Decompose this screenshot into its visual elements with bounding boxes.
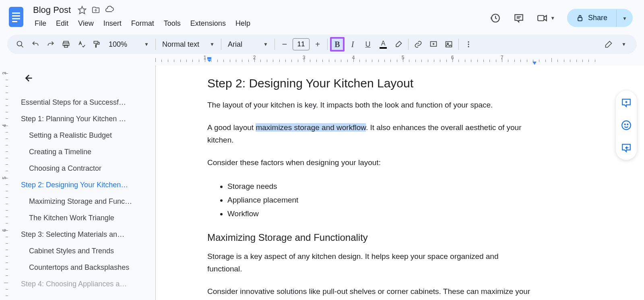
outline-item[interactable]: Maximizing Storage and Func… — [21, 193, 148, 210]
vertical-ruler[interactable]: 3456 — [0, 65, 11, 300]
outline-item[interactable]: Countertops and Backsplashes — [21, 259, 148, 276]
undo-icon[interactable] — [28, 37, 43, 52]
toolbar: 100%▼ Normal text▼ Arial▼ − 11 + B I U A… — [7, 35, 637, 54]
redo-icon[interactable] — [43, 37, 58, 52]
svg-rect-1 — [12, 12, 20, 14]
suggest-edits-icon[interactable] — [619, 141, 634, 155]
svg-rect-15 — [94, 41, 98, 43]
italic-button[interactable]: I — [345, 37, 360, 52]
outline-back-button[interactable] — [21, 70, 37, 86]
svg-rect-24 — [207, 57, 211, 59]
svg-rect-2 — [12, 15, 20, 17]
outline-item[interactable]: Setting a Realistic Budget — [21, 127, 148, 144]
menu-file[interactable]: File — [31, 18, 50, 29]
document-title[interactable]: Blog Post — [31, 4, 73, 16]
separator — [221, 39, 221, 50]
share-label: Share — [588, 14, 607, 22]
highlight-color-button[interactable] — [391, 37, 406, 52]
svg-line-11 — [21, 46, 23, 48]
svg-point-31 — [627, 124, 628, 125]
separator — [275, 39, 275, 50]
font-size-decrease[interactable]: − — [277, 37, 292, 52]
svg-rect-19 — [446, 41, 452, 47]
outline-item[interactable]: Cabinet Styles and Trends — [21, 243, 148, 259]
document-page[interactable]: Step 2: Designing Your Kitchen Layout Th… — [155, 65, 644, 300]
share-button[interactable]: Share — [567, 9, 616, 27]
outline-item[interactable]: Step 3: Selecting Materials an… — [21, 226, 148, 243]
svg-rect-4 — [12, 21, 17, 22]
separator — [155, 39, 156, 50]
font-size-input[interactable]: 11 — [293, 38, 310, 50]
selected-text[interactable]: maximizes storage and workflow — [256, 123, 366, 132]
separator — [408, 39, 409, 50]
add-comment-icon[interactable] — [426, 37, 441, 52]
heading-step2[interactable]: Step 2: Designing Your Kitchen Layout — [207, 77, 533, 90]
menu-format[interactable]: Format — [127, 18, 158, 29]
svg-rect-3 — [12, 18, 20, 19]
paragraph[interactable]: Consider these factors when designing yo… — [207, 157, 533, 169]
menu-tools[interactable]: Tools — [160, 18, 185, 29]
menu-insert[interactable]: Insert — [99, 18, 126, 29]
style-select[interactable]: Normal text▼ — [158, 40, 219, 49]
list-item[interactable]: Workflow — [227, 207, 533, 221]
horizontal-ruler[interactable]: 1234567 — [155, 54, 644, 65]
menu-bar: File Edit View Insert Format Tools Exten… — [31, 17, 490, 30]
svg-point-21 — [468, 41, 469, 43]
chevron-down-icon[interactable]: ▼ — [550, 15, 555, 21]
bold-button[interactable]: B — [330, 37, 345, 52]
insert-link-icon[interactable] — [411, 37, 425, 52]
star-icon[interactable] — [77, 5, 87, 15]
editing-mode-icon[interactable] — [601, 37, 616, 52]
editing-mode-dropdown[interactable]: ▼ — [617, 37, 631, 52]
docs-logo-icon[interactable] — [7, 6, 25, 28]
outline-item[interactable]: Essential Steps for a Successf… — [21, 94, 148, 111]
svg-rect-9 — [578, 17, 582, 21]
paragraph[interactable]: Consider innovative solutions like pull-… — [207, 286, 533, 300]
menu-edit[interactable]: Edit — [52, 18, 72, 29]
outline-item[interactable]: Step 4: Choosing Appliances a… — [21, 276, 148, 292]
outline-item[interactable]: Step 1: Planning Your Kitchen … — [21, 111, 148, 127]
meet-icon[interactable] — [537, 12, 548, 24]
paragraph[interactable]: Storage is a key aspect of any kitchen d… — [207, 250, 533, 275]
print-icon[interactable] — [59, 37, 73, 52]
history-icon[interactable] — [490, 12, 501, 24]
cloud-status-icon[interactable] — [105, 5, 114, 15]
add-comment-side-icon[interactable] — [619, 95, 634, 110]
outline-item[interactable]: Choosing a Contractor — [21, 160, 148, 177]
search-icon[interactable] — [13, 37, 27, 52]
insert-image-icon[interactable] — [442, 37, 456, 52]
outline-panel: Essential Steps for a Successf…Step 1: P… — [11, 65, 155, 300]
font-size-increase[interactable]: + — [310, 37, 325, 52]
font-select[interactable]: Arial▼ — [224, 40, 272, 49]
outline-item[interactable]: Creating a Timeline — [21, 144, 148, 160]
menu-help[interactable]: Help — [231, 18, 254, 29]
outline-item[interactable]: The Kitchen Work Triangle — [21, 210, 148, 226]
heading-maximizing[interactable]: Maximizing Storage and Functionality — [207, 232, 533, 243]
separator — [327, 39, 328, 50]
svg-marker-5 — [78, 6, 86, 14]
more-icon[interactable] — [461, 37, 476, 52]
paragraph[interactable]: The layout of your kitchen is key. It im… — [207, 99, 533, 111]
spellcheck-icon[interactable] — [74, 37, 89, 52]
separator — [458, 39, 459, 50]
svg-point-22 — [468, 43, 469, 45]
text-color-button[interactable]: A — [376, 37, 390, 52]
list-item[interactable]: Storage needs — [227, 180, 533, 193]
emoji-reaction-icon[interactable] — [619, 118, 634, 132]
svg-point-30 — [625, 124, 625, 125]
paragraph[interactable]: A good layout maximizes storage and work… — [207, 122, 533, 146]
bullet-list[interactable]: Storage needs Appliance placement Workfl… — [227, 180, 533, 221]
svg-rect-0 — [9, 7, 23, 27]
menu-view[interactable]: View — [74, 18, 98, 29]
svg-point-23 — [468, 46, 469, 47]
move-icon[interactable] — [91, 5, 101, 15]
outline-item[interactable]: Step 2: Designing Your Kitchen… — [21, 177, 148, 193]
underline-button[interactable]: U — [361, 37, 375, 52]
zoom-select[interactable]: 100%▼ — [105, 40, 153, 49]
menu-extensions[interactable]: Extensions — [186, 18, 230, 29]
paint-format-icon[interactable] — [89, 37, 104, 52]
list-item[interactable]: Appliance placement — [227, 193, 533, 207]
svg-point-10 — [17, 41, 22, 46]
comments-icon[interactable] — [513, 12, 524, 24]
share-dropdown[interactable]: ▼ — [616, 10, 633, 27]
